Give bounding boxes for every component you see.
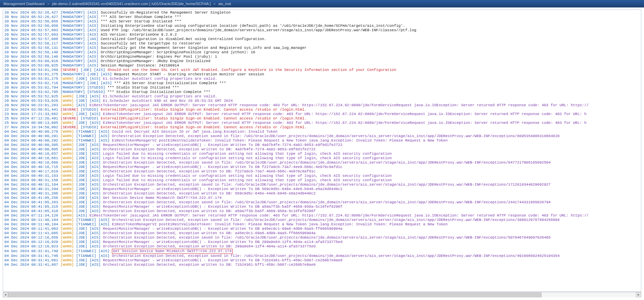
log-line: 04 Dec 2024 06:41:05,256 [WARN] [JDE] [A… [4, 196, 640, 200]
log-line: 04 Dec 2024 08:11:41,085 [WARN] [JDE] [A… [4, 231, 640, 236]
breadcrumb-current: ais_inst [218, 2, 231, 6]
scroll-left-arrow[interactable]: ◄ [3, 293, 8, 297]
log-line: 04 Dec 2024 07:11:34,128 [WARN] [AIS] E1… [4, 213, 640, 218]
log-lines: 20 Nov 2024 05:52:26,427 [MANDATORY] [AI… [3, 10, 641, 268]
log-line: 04 Dec 2024 06:40:31,164 [WARN] [JDE] [A… [4, 183, 640, 187]
log-line: 20 Nov 2024 06:23:01,283 [WARN] [AIS] E1… [4, 103, 640, 108]
log-line: 20 Nov 2024 05:53:52,925 [WARN] [JDE] [A… [4, 94, 640, 99]
log-line: 27 Nov 2024 10:34:50,902 [SEVERE] [STUDI… [4, 125, 640, 130]
log-line: 04 Dec 2024 06:41:05,318 [WARN] [JDE] [A… [4, 209, 640, 213]
log-line: 20 Nov 2024 05:52:26,427 [MANDATORY] [AI… [4, 11, 640, 15]
log-line: 25 Nov 2024 08:08:13,605 [WARN] [JDE] [A… [4, 121, 640, 125]
log-line: 04 Dec 2024 06:40:16,668 [WARN] [JDE] [A… [4, 161, 640, 165]
log-line: 04 Dec 2024 06:40:00,605 [WARN] [JDE] [A… [4, 147, 640, 152]
main-content: 20 Nov 2024 05:52:26,427 [MANDATORY] [AI… [0, 7, 644, 300]
log-line: 04 Dec 2024 06:40:31,204 [WARN] [JDE] [A… [4, 187, 640, 191]
log-line: 04 Dec 2024 06:41:05,315 [WARN] [JDE] [A… [4, 205, 640, 209]
log-line: 20 Nov 2024 05:52:56,958 [MANDATORY] [AI… [4, 24, 640, 28]
log-line: 20 Nov 2024 05:53:02,716 [MANDATORY] [JD… [4, 81, 640, 86]
log-line: 20 Nov 2024 05:52:58,117 [MANDATORY] [AI… [4, 41, 640, 46]
log-line: 20 Nov 2024 05:53:00,916 [MANDATORY] [AI… [4, 59, 640, 63]
log-line: 04 Dec 2024 06:40:16,657 [WARN] [JDE] [A… [4, 152, 640, 156]
log-line: 04 Dec 2024 08:12:16,858 [WARN] [JDE] [A… [4, 236, 640, 240]
breadcrumb-management-dashboard[interactable]: Management Dashboard [3, 2, 44, 6]
log-line: 20 Nov 2024 05:52:26,427 [MANDATORY] [AI… [4, 15, 640, 19]
log-line: 04 Dec 2024 08:12:16,920 [WARN] [JDE] [A… [4, 240, 640, 244]
log-line: 04 Dec 2024 06:40:31,206 [WARN] [JDE] [A… [4, 191, 640, 196]
horizontal-scrollbar[interactable]: ◄ ► [3, 292, 641, 297]
log-line: 04 Dec 2024 08:11:41,083 [WARN] [JDE] [A… [4, 227, 640, 231]
log-line: 04 Dec 2024 06:40:16,661 [WARN] [JDE] [A… [4, 156, 640, 161]
log-line: 20 Nov 2024 05:52:56,958 [MANDATORY] [AI… [4, 19, 640, 24]
log-line: 20 Nov 2024 05:53:53,026 [WARN] [JDE] [A… [4, 99, 640, 103]
log-line: 20 Nov 2024 05:53:00,925 [MANDATORY] [AI… [4, 63, 640, 68]
scroll-thumb[interactable] [8, 293, 542, 297]
log-line: 04 Dec 2024 08:31:41,861 [WARN] [JDE] [A… [4, 258, 640, 263]
log-line: 04 Dec 2024 06:40:31,153 [WARN] [JDE] [A… [4, 174, 640, 178]
log-line: 22 Nov 2024 03:56:01,441 [SEVERE] [STUDI… [4, 108, 640, 112]
log-line: 04 Dec 2024 06:41:05,263 [WARN] [JDE] [A… [4, 200, 640, 205]
log-line: 04 Dec 2024 06:40:00,292 [WARN] [TIANWEI… [4, 138, 640, 143]
log-line: 04 Dec 2024 08:31:41,867 [WARN] [JDE] [A… [4, 263, 640, 267]
log-line: 20 Nov 2024 05:52:57,083 [MANDATORY] [AI… [4, 28, 640, 33]
log-line: 20 Nov 2024 05:53:02,794 [MANDATORY] [ST… [4, 86, 640, 90]
breadcrumb-separator: > [47, 2, 49, 6]
log-line: 04 Dec 2024 06:40:31,158 [WARN] [JDE] [A… [4, 178, 640, 183]
log-line: 20 Nov 2024 05:53:01,275 [MANDATORY] [JD… [4, 72, 640, 77]
log-line: 04 Dec 2024 08:11:40,184 [WARN] [TIANWEI… [4, 222, 640, 227]
log-line: 23 Nov 2024 17:21:33,662 [WARN] [JDE] [A… [4, 112, 640, 116]
log-line: 20 Nov 2024 05:52:58,140 [MANDATORY] [AI… [4, 50, 640, 55]
breadcrumb-host[interactable]: jde-demo-2.subnet04031541.vcn04031541.or… [52, 2, 211, 6]
scroll-track[interactable] [8, 293, 636, 297]
log-line: 25 Nov 2024 07:12:20,491 [SEVERE] [STUDI… [4, 116, 640, 121]
log-line: 04 Dec 2024 06:40:00,291 [WARN] [TIANWEI… [4, 134, 640, 138]
log-line: 04 Dec 2024 08:11:40,184 [WARN] [TIANWEI… [4, 218, 640, 222]
highlighted-log-message: Get Session Device Name Mismatch SWIFT!=… [112, 249, 233, 254]
log-line: 04 Dec 2024 06:40:00,278 [WARN] [TIANWEI… [4, 130, 640, 134]
log-line: 20 Nov 2024 05:53:02,795 [MANDATORY] [ST… [4, 90, 640, 94]
log-viewer[interactable]: 20 Nov 2024 05:52:26,427 [MANDATORY] [AI… [3, 10, 641, 292]
log-line: 04 Dec 2024 06:40:17,010 [WARN] [JDE] [A… [4, 169, 640, 174]
breadcrumb-separator: > [213, 2, 215, 6]
log-line: 04 Dec 2024 06:40:16,715 [WARN] [JDE] [A… [4, 165, 640, 169]
log-line: 20 Nov 2024 05:53:01,275 [WARN] [JDE] [A… [4, 77, 640, 81]
breadcrumb: Management Dashboard > jde-demo-2.subnet… [0, 0, 644, 7]
log-line: 04 Dec 2024 08:31:41,746 [WARN] [TIANWEI… [4, 254, 640, 258]
log-line: 04 Dec 2024 06:40:00,305 [WARN] [JDE] [A… [4, 143, 640, 147]
log-line: 04 Dec 2024 08:12:16,923 [WARN] [JDE] [A… [4, 244, 640, 249]
scroll-right-arrow[interactable]: ► [636, 293, 641, 297]
log-line: 20 Nov 2024 05:52:57,086 [MANDATORY] [JA… [4, 37, 640, 41]
log-line: 04 Dec 2024 08:31:41,740 [WARN] [TIANWEI… [4, 249, 640, 254]
log-line: 20 Nov 2024 05:52:57,083 [MANDATORY] [AI… [4, 33, 640, 37]
log-line: 20 Nov 2024 05:53:01,260 [SEVERE] [JDE] … [4, 68, 640, 72]
log-line: 20 Nov 2024 05:52:58,140 [MANDATORY] [AI… [4, 55, 640, 59]
log-line: 20 Nov 2024 05:52:58,131 [MANDATORY] [AI… [4, 46, 640, 50]
